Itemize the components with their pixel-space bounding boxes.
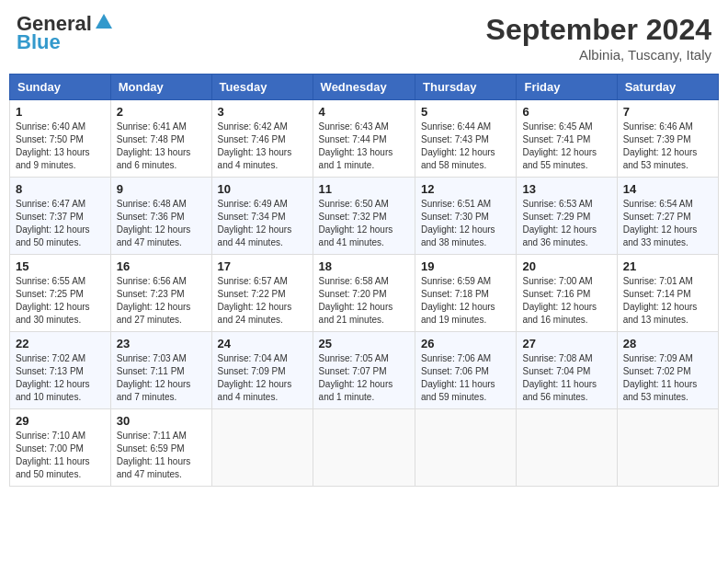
day-info: Sunrise: 7:00 AM Sunset: 7:16 PM Dayligh… [522, 275, 610, 327]
month-title: September 2024 [486, 13, 711, 47]
calendar-cell: 6Sunrise: 6:45 AM Sunset: 7:41 PM Daylig… [517, 100, 617, 178]
day-info: Sunrise: 7:03 AM Sunset: 7:11 PM Dayligh… [117, 352, 206, 404]
calendar-week-2: 8Sunrise: 6:47 AM Sunset: 7:37 PM Daylig… [10, 178, 719, 255]
day-number: 15 [16, 259, 105, 273]
day-number: 8 [16, 182, 105, 196]
day-number: 19 [421, 259, 510, 273]
day-info: Sunrise: 6:58 AM Sunset: 7:20 PM Dayligh… [319, 275, 409, 327]
day-info: Sunrise: 6:45 AM Sunset: 7:41 PM Dayligh… [522, 121, 610, 172]
day-info: Sunrise: 7:11 AM Sunset: 6:59 PM Dayligh… [117, 430, 206, 481]
day-info: Sunrise: 7:02 AM Sunset: 7:13 PM Dayligh… [16, 352, 105, 404]
day-info: Sunrise: 7:05 AM Sunset: 7:07 PM Dayligh… [319, 352, 409, 404]
calendar-cell: 12Sunrise: 6:51 AM Sunset: 7:30 PM Dayli… [415, 178, 517, 255]
header-monday: Monday [110, 75, 211, 100]
calendar-week-1: 1Sunrise: 6:40 AM Sunset: 7:50 PM Daylig… [10, 100, 719, 178]
day-info: Sunrise: 7:01 AM Sunset: 7:14 PM Dayligh… [623, 275, 712, 327]
calendar-cell: 25Sunrise: 7:05 AM Sunset: 7:07 PM Dayli… [313, 332, 415, 409]
day-info: Sunrise: 6:53 AM Sunset: 7:29 PM Dayligh… [522, 198, 610, 249]
page-header: General Blue September 2024 Albinia, Tus… [9, 9, 719, 66]
calendar-cell: 2Sunrise: 6:41 AM Sunset: 7:48 PM Daylig… [110, 100, 211, 178]
day-number: 20 [522, 259, 610, 273]
location: Albinia, Tuscany, Italy [486, 47, 711, 63]
calendar-cell: 5Sunrise: 6:44 AM Sunset: 7:43 PM Daylig… [415, 100, 517, 178]
calendar-cell [211, 409, 313, 487]
day-info: Sunrise: 7:06 AM Sunset: 7:06 PM Dayligh… [421, 352, 510, 404]
calendar-cell: 13Sunrise: 6:53 AM Sunset: 7:29 PM Dayli… [517, 178, 617, 255]
calendar-cell: 24Sunrise: 7:04 AM Sunset: 7:09 PM Dayli… [211, 332, 313, 409]
day-number: 27 [522, 337, 610, 350]
day-number: 10 [218, 182, 307, 196]
day-number: 18 [319, 259, 409, 273]
logo-text-blue: Blue [17, 31, 61, 53]
calendar-cell [313, 409, 415, 487]
calendar-cell: 30Sunrise: 7:11 AM Sunset: 6:59 PM Dayli… [110, 409, 211, 487]
day-info: Sunrise: 7:10 AM Sunset: 7:00 PM Dayligh… [16, 430, 105, 481]
day-number: 3 [218, 105, 307, 119]
calendar-cell: 28Sunrise: 7:09 AM Sunset: 7:02 PM Dayli… [617, 332, 718, 409]
day-info: Sunrise: 6:54 AM Sunset: 7:27 PM Dayligh… [623, 198, 712, 249]
calendar-cell: 16Sunrise: 6:56 AM Sunset: 7:23 PM Dayli… [110, 255, 211, 332]
calendar-cell: 26Sunrise: 7:06 AM Sunset: 7:06 PM Dayli… [415, 332, 517, 409]
day-info: Sunrise: 6:56 AM Sunset: 7:23 PM Dayligh… [117, 275, 206, 327]
day-info: Sunrise: 6:47 AM Sunset: 7:37 PM Dayligh… [16, 198, 105, 249]
header-wednesday: Wednesday [313, 75, 415, 100]
logo-icon [94, 12, 114, 32]
calendar-cell: 19Sunrise: 6:59 AM Sunset: 7:18 PM Dayli… [415, 255, 517, 332]
calendar-cell: 9Sunrise: 6:48 AM Sunset: 7:36 PM Daylig… [110, 178, 211, 255]
calendar-cell [415, 409, 517, 487]
day-info: Sunrise: 6:59 AM Sunset: 7:18 PM Dayligh… [421, 275, 510, 327]
svg-marker-0 [96, 14, 112, 29]
day-number: 12 [421, 182, 510, 196]
header-thursday: Thursday [415, 75, 517, 100]
calendar-week-3: 15Sunrise: 6:55 AM Sunset: 7:25 PM Dayli… [10, 255, 719, 332]
calendar-cell: 27Sunrise: 7:08 AM Sunset: 7:04 PM Dayli… [517, 332, 617, 409]
day-number: 23 [117, 337, 206, 350]
day-info: Sunrise: 6:46 AM Sunset: 7:39 PM Dayligh… [623, 121, 712, 172]
calendar-cell: 20Sunrise: 7:00 AM Sunset: 7:16 PM Dayli… [517, 255, 617, 332]
day-info: Sunrise: 6:43 AM Sunset: 7:44 PM Dayligh… [319, 121, 409, 172]
day-info: Sunrise: 6:48 AM Sunset: 7:36 PM Dayligh… [117, 198, 206, 249]
day-number: 29 [16, 414, 105, 428]
day-info: Sunrise: 7:09 AM Sunset: 7:02 PM Dayligh… [623, 352, 712, 404]
day-info: Sunrise: 6:44 AM Sunset: 7:43 PM Dayligh… [421, 121, 510, 172]
day-number: 2 [117, 105, 206, 119]
header-tuesday: Tuesday [211, 75, 313, 100]
header-friday: Friday [517, 75, 617, 100]
calendar-cell: 15Sunrise: 6:55 AM Sunset: 7:25 PM Dayli… [10, 255, 111, 332]
title-block: September 2024 Albinia, Tuscany, Italy [486, 13, 711, 63]
day-number: 1 [16, 105, 105, 119]
day-info: Sunrise: 7:04 AM Sunset: 7:09 PM Dayligh… [218, 352, 307, 404]
calendar-week-5: 29Sunrise: 7:10 AM Sunset: 7:00 PM Dayli… [10, 409, 719, 487]
day-info: Sunrise: 6:51 AM Sunset: 7:30 PM Dayligh… [421, 198, 510, 249]
day-info: Sunrise: 6:57 AM Sunset: 7:22 PM Dayligh… [218, 275, 307, 327]
calendar-cell: 17Sunrise: 6:57 AM Sunset: 7:22 PM Dayli… [211, 255, 313, 332]
day-number: 9 [117, 182, 206, 196]
day-number: 26 [421, 337, 510, 350]
day-number: 25 [319, 337, 409, 350]
calendar-week-4: 22Sunrise: 7:02 AM Sunset: 7:13 PM Dayli… [10, 332, 719, 409]
calendar-cell: 23Sunrise: 7:03 AM Sunset: 7:11 PM Dayli… [110, 332, 211, 409]
calendar-header-row: SundayMondayTuesdayWednesdayThursdayFrid… [10, 75, 719, 100]
day-number: 30 [117, 414, 206, 428]
calendar-cell: 3Sunrise: 6:42 AM Sunset: 7:46 PM Daylig… [211, 100, 313, 178]
day-number: 6 [522, 105, 610, 119]
day-number: 14 [623, 182, 712, 196]
calendar-cell: 22Sunrise: 7:02 AM Sunset: 7:13 PM Dayli… [10, 332, 111, 409]
day-number: 28 [623, 337, 712, 350]
day-number: 7 [623, 105, 712, 119]
day-number: 11 [319, 182, 409, 196]
logo: General Blue [17, 13, 114, 53]
header-sunday: Sunday [10, 75, 111, 100]
calendar-cell: 11Sunrise: 6:50 AM Sunset: 7:32 PM Dayli… [313, 178, 415, 255]
day-number: 5 [421, 105, 510, 119]
day-number: 21 [623, 259, 712, 273]
calendar-cell: 8Sunrise: 6:47 AM Sunset: 7:37 PM Daylig… [10, 178, 111, 255]
header-saturday: Saturday [617, 75, 718, 100]
day-info: Sunrise: 6:41 AM Sunset: 7:48 PM Dayligh… [117, 121, 206, 172]
day-info: Sunrise: 6:40 AM Sunset: 7:50 PM Dayligh… [16, 121, 105, 172]
calendar-cell: 7Sunrise: 6:46 AM Sunset: 7:39 PM Daylig… [617, 100, 718, 178]
calendar-cell [617, 409, 718, 487]
day-info: Sunrise: 6:55 AM Sunset: 7:25 PM Dayligh… [16, 275, 105, 327]
day-number: 24 [218, 337, 307, 350]
day-number: 22 [16, 337, 105, 350]
